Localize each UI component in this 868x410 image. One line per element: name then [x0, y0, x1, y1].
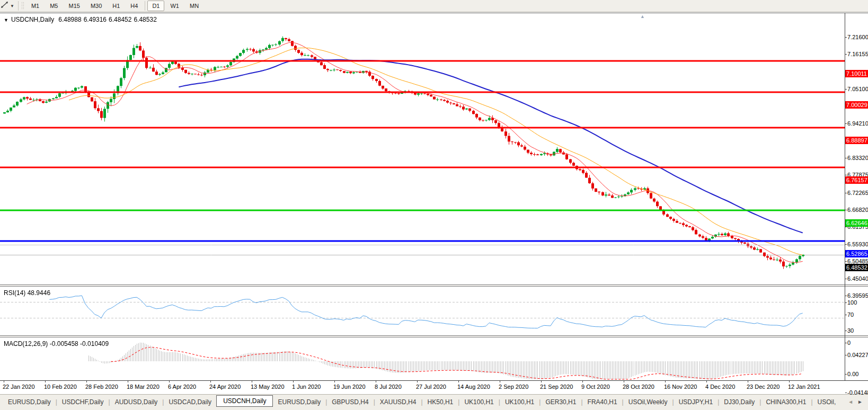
rsi-axis-label: 70 — [847, 311, 854, 318]
timeframe-button-m1[interactable]: M1 — [26, 1, 44, 11]
date-axis-tick — [252, 381, 252, 382]
date-axis-label: 28 Feb 2020 — [85, 384, 118, 390]
timeframe-button-m15[interactable]: M15 — [64, 1, 84, 11]
price-axis-label: 6.45040 — [847, 275, 868, 282]
rsi-indicator-chart[interactable] — [0, 287, 845, 335]
open-value: 6.48988 — [58, 16, 81, 23]
chart-tab[interactable]: UK100,H1 — [459, 397, 498, 407]
level-price-tag: 7.00029 — [845, 101, 868, 109]
date-axis-label: 14 Aug 2020 — [457, 384, 490, 390]
toolbar-separator — [145, 1, 145, 11]
timeframe-button-d1[interactable]: D1 — [147, 1, 164, 11]
date-axis-label: 18 Mar 2020 — [127, 384, 160, 390]
close-value: 6.48532 — [134, 16, 156, 23]
chart-tab[interactable]: USDJPY,H1 — [674, 397, 718, 407]
chart-tab[interactable]: DJ30,Daily — [719, 397, 759, 407]
chart-window: ▼USDCNH,Daily6.489886.493166.484526.4853… — [0, 13, 868, 393]
chart-tab[interactable]: AUDUSD,Daily — [110, 397, 163, 407]
date-axis-label: 4 Dec 2020 — [705, 384, 735, 390]
level-price-tag: 6.88897 — [845, 137, 868, 144]
date-axis-tick — [293, 381, 294, 382]
chart-title-caret-icon[interactable]: ▼ — [4, 17, 8, 23]
chart-tab[interactable]: USOil, — [813, 397, 841, 407]
date-axis-label: 13 May 2020 — [251, 384, 285, 390]
macd-label: MACD(12,26,9) -0.005458 -0.010409 — [4, 340, 109, 347]
chart-tab[interactable]: HK50,H1 — [423, 397, 458, 407]
date-axis-label: 8 Jul 2020 — [375, 384, 402, 390]
price-axis-label: 7.21600 — [847, 34, 868, 40]
date-axis-tick — [169, 381, 170, 382]
rsi-value: 48.9446 — [28, 289, 50, 297]
macd-main-value: -0.005458 — [50, 340, 78, 347]
date-axis-label: 21 Sep 2020 — [540, 384, 573, 390]
date-axis: 22 Jan 202010 Feb 202028 Feb 202018 Mar … — [0, 380, 868, 394]
scroll-position-marker-icon: ▲ — [640, 14, 645, 19]
timeframe-button-h4[interactable]: H4 — [126, 1, 143, 11]
date-axis-tick — [4, 381, 4, 382]
chart-tab[interactable]: EURUSD,Daily — [3, 397, 56, 407]
chart-tab[interactable]: CHINA300,H1 — [761, 397, 811, 407]
rsi-label: RSI(14) 48.9446 — [4, 289, 50, 297]
chart-symbol: USDCNH,Daily — [11, 16, 54, 23]
price-axis-label: 7.05100 — [847, 86, 868, 92]
date-axis-label: 9 Oct 2020 — [581, 384, 610, 390]
price-axis-label: 6.39595 — [847, 292, 868, 299]
current-price-tag: 6.48532 — [845, 264, 868, 271]
trendline-tool-icon — [1, 1, 8, 11]
chart-tab[interactable]: FRA40,H1 — [583, 397, 622, 407]
chart-tab[interactable]: USDCNH,Daily — [216, 395, 273, 407]
date-axis-tick — [210, 381, 211, 382]
date-axis-tick — [417, 381, 418, 382]
level-price-tag: 6.52865 — [845, 250, 868, 257]
timeframe-button-m30[interactable]: M30 — [86, 1, 107, 11]
trendline-tool-button[interactable]: ▼ — [0, 1, 16, 11]
date-axis-label: 16 Nov 2020 — [664, 384, 697, 390]
price-axis-label: 6.66820 — [847, 207, 868, 213]
chart-tab[interactable]: USDCHF,Daily — [57, 397, 109, 407]
date-axis-tick — [334, 381, 335, 382]
macd-indicator-chart[interactable] — [0, 337, 845, 380]
toolbar-drag-handle-icon[interactable] — [21, 2, 24, 10]
chart-tab[interactable]: USOil,Weekly — [624, 397, 672, 407]
chart-tab-bar: EURUSD,Daily|USDCHF,Daily|AUDUSD,Daily|U… — [0, 394, 868, 410]
chart-tab[interactable]: USDCAD,Daily — [164, 397, 216, 407]
date-axis-label: 1 Jun 2020 — [292, 384, 321, 390]
macd-axis-label: 0.042275 — [847, 352, 868, 358]
level-price-tag: 7.10011 — [845, 70, 868, 77]
date-axis-tick — [45, 381, 46, 382]
chart-tab[interactable]: XAUUSD,H4 — [375, 397, 421, 407]
chart-tab[interactable]: UK100,H1 — [500, 397, 539, 407]
macd-axis-label: -0.04148 — [847, 389, 868, 396]
tab-scroll-right-icon[interactable]: ► — [857, 399, 863, 405]
chart-tab[interactable]: GBPUSD,H4 — [327, 397, 373, 407]
rsi-axis-label: 100 — [847, 299, 857, 306]
date-axis-tick — [624, 381, 624, 382]
price-axis-label: 6.55930 — [847, 241, 868, 247]
timeframe-button-mn[interactable]: MN — [185, 1, 203, 11]
date-axis-label: 10 Feb 2020 — [44, 384, 77, 390]
date-axis-tick — [500, 381, 500, 382]
date-axis-label: 24 Apr 2020 — [209, 384, 241, 390]
timeframe-button-m5[interactable]: M5 — [45, 1, 63, 11]
date-axis-label: 28 Oct 2020 — [623, 384, 654, 390]
date-axis-tick — [789, 381, 790, 382]
chart-tab[interactable]: EURUSD,Daily — [273, 397, 325, 407]
price-axis-label: 7.16155 — [847, 51, 868, 57]
date-axis-label: 22 Jan 2020 — [3, 384, 35, 390]
main-price-chart[interactable] — [0, 13, 845, 284]
date-axis-tick — [376, 381, 376, 382]
chart-tab[interactable]: GER30,H1 — [541, 397, 581, 407]
date-axis-label: 23 Dec 2020 — [747, 384, 780, 390]
date-axis-label: 6 Apr 2020 — [168, 384, 196, 390]
tab-scroll-left-icon[interactable]: ◄ — [848, 399, 853, 405]
level-price-tag: 6.76157 — [845, 176, 868, 184]
date-axis-label: 12 Jan 2021 — [788, 384, 820, 390]
timeframe-button-w1[interactable]: W1 — [165, 1, 184, 11]
macd-signal-value: -0.010409 — [80, 340, 109, 347]
date-axis-tick — [582, 381, 583, 382]
date-axis-label: 27 Jul 2020 — [416, 384, 446, 390]
dropdown-caret-icon: ▼ — [10, 4, 14, 8]
rsi-axis-label: 0 — [847, 340, 851, 346]
timeframe-button-h1[interactable]: H1 — [108, 1, 125, 11]
level-price-tag: 6.62646 — [845, 219, 868, 227]
